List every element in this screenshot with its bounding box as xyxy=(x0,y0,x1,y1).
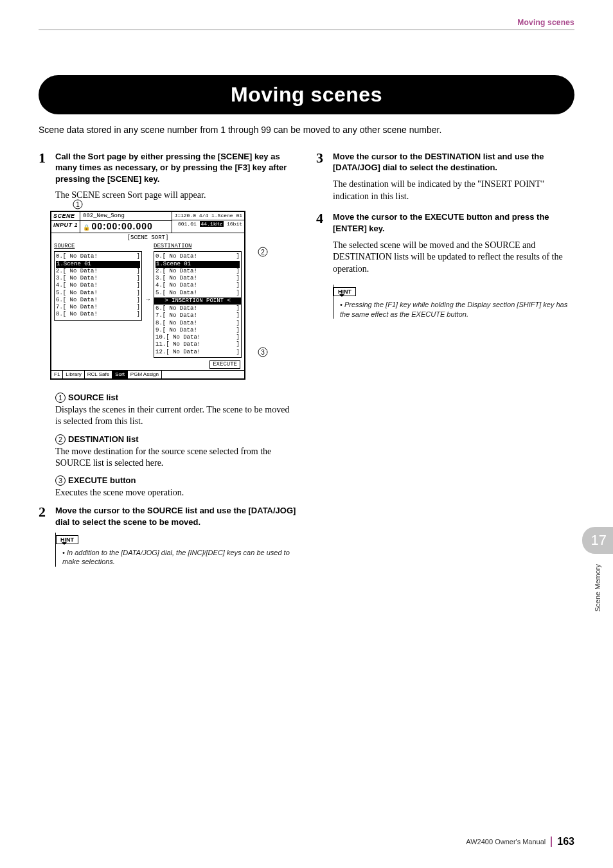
execute-row: EXECUTE xyxy=(51,360,244,370)
insertion-point: > INSERTION POINT < xyxy=(154,297,241,305)
source-header: SOURCE xyxy=(54,243,142,250)
source-list[interactable]: 0.[ No Data!] 1.Scene 01 2.[ No Data!]3.… xyxy=(54,251,142,320)
time-display: 🔒 00:00:00.000 xyxy=(80,221,172,233)
scene-sort-screenshot: 1 2 3 SCENE INPUT 1 002_New_Song 🔒 00:00… xyxy=(50,211,297,380)
step-heading: Move the cursor to the EXECUTE button an… xyxy=(333,211,574,234)
arrow-icon: → xyxy=(142,243,154,358)
breadcrumb: Moving scenes xyxy=(517,18,574,27)
dest-header: DESTINATION xyxy=(154,243,242,250)
screen-box: SCENE INPUT 1 002_New_Song 🔒 00:00:00.00… xyxy=(50,211,245,380)
tempo-sig: J=120.0 4/4 1.Scene 01 xyxy=(172,212,244,220)
callout-3-icon: 3 xyxy=(258,347,268,357)
chapter-tab: 17 Scene Memory xyxy=(582,527,613,612)
dest-selected: 1.Scene 01 xyxy=(155,261,240,268)
tab-sort[interactable]: Sort xyxy=(112,371,128,378)
step-heading: Call the Sort page by either pressing th… xyxy=(55,151,297,185)
chapter-number: 17 xyxy=(582,527,613,554)
step-heading: Move the cursor to the SOURCE list and u… xyxy=(55,505,297,527)
right-column: 3 Move the cursor to the DESTINATION lis… xyxy=(316,151,574,578)
screen-input: INPUT 1 xyxy=(51,221,80,229)
screen-mode: SCENE xyxy=(51,212,80,221)
tabs: F1 Library RCL Safe Sort PGM Assign xyxy=(51,370,244,378)
def-exec-title: 3EXECUTE button xyxy=(55,475,297,486)
page-number: 163 xyxy=(557,836,574,847)
hint-box-left: HINT • In addition to the [DATA/JOG] dia… xyxy=(55,533,297,567)
page-title: Moving scenes xyxy=(39,75,574,114)
step-text: The SCENE screen Sort page will appear. xyxy=(55,190,297,202)
left-column: 1 Call the Sort page by either pressing … xyxy=(39,151,297,578)
hint-text: • Pressing the [F1] key while holding th… xyxy=(340,300,574,319)
step-number: 3 xyxy=(316,151,333,165)
hint-label: HINT xyxy=(333,287,356,296)
step-number: 2 xyxy=(39,505,55,519)
tab-rcl-safe[interactable]: RCL Safe xyxy=(85,371,112,378)
hint-label: HINT xyxy=(56,535,78,544)
screen-header: SCENE INPUT 1 002_New_Song 🔒 00:00:00.00… xyxy=(51,212,244,233)
step-text: The destination will be indicated by the… xyxy=(333,179,574,203)
def-dest-title: 2DESTINATION list xyxy=(55,434,297,445)
intro-text: Scene data stored in any scene number fr… xyxy=(39,124,574,137)
step-heading: Move the cursor to the DESTINATION list … xyxy=(333,151,574,173)
execute-button[interactable]: EXECUTE xyxy=(209,360,240,369)
bar-rate: 001.01 44.1kHz 16bit xyxy=(172,220,244,228)
callout-2-icon: 2 xyxy=(258,247,268,257)
sort-label: [SCENE SORT] xyxy=(51,233,244,243)
source-selected: 1.Scene 01 xyxy=(56,261,140,268)
step-text: The selected scene will be moved and the… xyxy=(333,240,574,276)
svg-text:1: 1 xyxy=(76,201,80,208)
hint-box-right: HINT • Pressing the [F1] key while holdi… xyxy=(333,285,574,319)
step-number: 1 xyxy=(39,151,55,165)
destination-list[interactable]: 0.[ No Data!] 1.Scene 01 2.[ No Data!]3.… xyxy=(154,251,242,358)
step-4: 4 Move the cursor to the EXECUTE button … xyxy=(316,211,574,234)
def-source-text: Displays the scenes in their current ord… xyxy=(55,404,297,427)
callout-1-icon: 1 xyxy=(73,199,83,209)
step-3: 3 Move the cursor to the DESTINATION lis… xyxy=(316,151,574,173)
header-rule xyxy=(39,30,574,30)
chapter-label: Scene Memory xyxy=(594,564,601,612)
step-2: 2 Move the cursor to the SOURCE list and… xyxy=(39,505,297,527)
svg-text:2: 2 xyxy=(261,249,265,256)
song-name: 002_New_Song xyxy=(80,212,172,221)
svg-text:3: 3 xyxy=(261,349,265,356)
def-source-title: 1SOURCE list xyxy=(55,393,297,403)
step-number: 4 xyxy=(316,211,333,226)
page-header: Moving scenes xyxy=(39,0,574,27)
step-1: 1 Call the Sort page by either pressing … xyxy=(39,151,297,185)
tab-f1[interactable]: F1 xyxy=(51,371,63,378)
hint-text: • In addition to the [DATA/JOG] dial, th… xyxy=(62,548,297,567)
def-dest-text: The move destination for the source scen… xyxy=(55,446,297,469)
manual-name: AW2400 Owner's Manual xyxy=(466,838,546,846)
tab-library[interactable]: Library xyxy=(63,371,84,378)
tab-pgm-assign[interactable]: PGM Assign xyxy=(128,371,162,378)
page-footer: AW2400 Owner's Manual 163 xyxy=(466,836,574,847)
footer-divider xyxy=(551,837,552,847)
def-exec-text: Executes the scene move operation. xyxy=(55,487,297,499)
